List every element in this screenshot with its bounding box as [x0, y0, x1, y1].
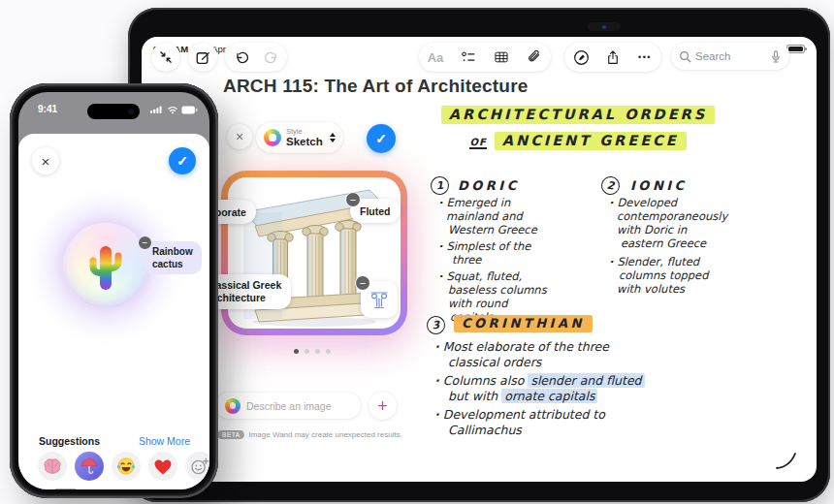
beta-badge: BETA — [217, 430, 244, 439]
redo-icon — [263, 50, 279, 65]
markup-icon — [573, 49, 590, 66]
page-dots — [294, 349, 331, 354]
note-title: ARCH 115: The Art of Architecture — [223, 76, 529, 97]
markup-button[interactable] — [565, 43, 597, 72]
more-icon: ••• — [638, 52, 652, 62]
close-icon: × — [42, 153, 50, 170]
image-wand-accept-button[interactable]: ✓ — [367, 124, 396, 153]
undo-button[interactable] — [229, 43, 254, 72]
genmoji-chip-remove-button[interactable]: − — [138, 236, 152, 250]
capital-sketch-icon — [368, 288, 391, 311]
table-icon — [494, 49, 509, 65]
check-icon: ✓ — [375, 131, 387, 146]
umbrella-emoji[interactable] — [75, 452, 104, 481]
compose-icon — [195, 49, 211, 66]
ipad-front-camera — [588, 22, 621, 31]
doric-title: DORIC — [458, 178, 520, 193]
collapse-button[interactable] — [151, 43, 180, 72]
add-prompt-button[interactable]: + — [369, 392, 397, 420]
image-wand-disclaimer: BETA Image Wand may create unexpected re… — [217, 430, 402, 439]
page-dot-2[interactable] — [305, 349, 309, 354]
chip-fluted-remove-button[interactable]: − — [345, 192, 361, 207]
genmoji-sheet: × ✓ − Rainbow — [18, 134, 209, 489]
checklist-icon — [461, 49, 476, 65]
doric-number: 1 — [430, 175, 450, 196]
undo-redo-group — [225, 43, 287, 72]
genmoji-preview-bubble — [63, 223, 148, 308]
text-format-icon: Aa — [428, 50, 444, 65]
text-format-button[interactable]: Aa — [419, 43, 452, 72]
genmoji-close-button[interactable]: × — [32, 147, 59, 174]
iphone-screen: 9:41 × ✓ — [18, 92, 209, 489]
brain-emoji[interactable] — [38, 452, 67, 481]
minus-icon: − — [360, 277, 366, 289]
search-input[interactable] — [695, 50, 763, 62]
stage: 9:41 AMTue Apr 1 100% Aa — [0, 0, 834, 504]
heart-emoji[interactable] — [148, 452, 177, 481]
collapse-icon — [158, 49, 174, 65]
apple-intelligence-icon — [225, 398, 241, 414]
signal-icon — [150, 105, 164, 114]
page-dot-4[interactable] — [326, 349, 331, 354]
compose-button[interactable] — [188, 43, 217, 72]
share-icon — [605, 49, 621, 66]
image-wand-prompt-field[interactable] — [215, 393, 361, 419]
close-icon: × — [236, 129, 243, 144]
ionic-bullets: Developed contemporaneously with Doric i… — [609, 196, 727, 296]
suggestion-emoji-row — [38, 452, 209, 481]
format-tools-group: Aa — [419, 43, 551, 72]
table-button[interactable] — [485, 43, 518, 72]
minus-icon: − — [143, 237, 148, 248]
ionic-number: 2 — [600, 175, 621, 196]
checklist-button[interactable] — [452, 43, 485, 72]
dynamic-island — [87, 104, 140, 119]
style-value: Sketch — [286, 136, 323, 147]
share-button[interactable] — [597, 43, 629, 72]
doric-bullets: Emerged in mainland and Western Greece S… — [438, 196, 547, 324]
wifi-icon — [167, 105, 178, 114]
style-selector[interactable]: Style Sketch — [256, 122, 343, 153]
battery-icon — [181, 106, 198, 114]
page-dot-3[interactable] — [315, 349, 320, 354]
search-field[interactable] — [671, 43, 789, 70]
genmoji-prompt-chip[interactable]: Rainbow cactus — [144, 241, 202, 274]
plus-icon: + — [377, 397, 388, 415]
chevron-up-down-icon — [330, 133, 336, 142]
notes-heading-2: OF ANCIENT GREECE — [428, 133, 728, 148]
page-dot-1[interactable] — [294, 349, 299, 354]
image-prompt-input[interactable] — [246, 400, 348, 412]
corinthian-bullets: Most elaborate of the three classical or… — [434, 339, 645, 438]
ionic-title: IONIC — [630, 178, 688, 193]
notes-heading-1: ARCHITECTURAL ORDERS — [428, 107, 728, 122]
more-button[interactable]: ••• — [629, 43, 661, 72]
ipad-screen: 9:41 AMTue Apr 1 100% Aa — [142, 37, 817, 482]
attachment-button[interactable] — [518, 43, 551, 72]
suggestions-label: Suggestions — [39, 435, 100, 447]
apple-intelligence-icon — [264, 129, 281, 146]
reference-image-remove-button[interactable]: − — [355, 275, 370, 291]
style-label: Style — [286, 128, 323, 136]
genmoji-accept-button[interactable]: ✓ — [169, 147, 196, 174]
image-wand-close-button[interactable]: × — [227, 124, 252, 149]
redo-button[interactable] — [258, 43, 283, 72]
rainbow-cactus-emoji — [85, 241, 126, 290]
beta-badge: BETA — [53, 488, 78, 489]
laughing-tears-emoji[interactable] — [112, 452, 141, 481]
attachment-icon — [527, 49, 542, 65]
genmoji-disclaimer: BETA Genmoji may create unexpected resul… — [53, 488, 203, 489]
show-more-link[interactable]: Show More — [139, 435, 190, 447]
minus-icon: − — [350, 194, 356, 205]
battery-icon — [786, 45, 805, 53]
undo-icon — [234, 50, 250, 65]
pen-stroke — [774, 450, 799, 471]
search-icon — [679, 50, 691, 63]
corinthian-title: CORINTHIAN — [454, 316, 593, 331]
mic-icon[interactable] — [770, 49, 782, 64]
iphone-clock: 9:41 — [38, 104, 57, 114]
check-icon: ✓ — [176, 153, 188, 169]
actions-group: ••• — [564, 43, 661, 72]
